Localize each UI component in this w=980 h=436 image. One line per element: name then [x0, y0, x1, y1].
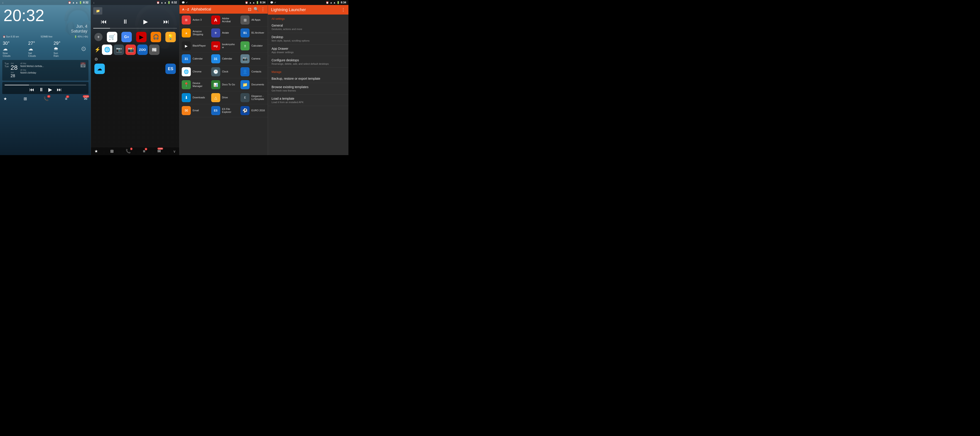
menu-icon-p2[interactable]: ≡ 1	[143, 149, 145, 154]
app-documents[interactable]: 📁 Documents	[238, 78, 268, 91]
cal-day-tue1: Tue	[5, 62, 9, 65]
chevron-down-icon[interactable]: ∨	[173, 149, 176, 153]
music-player[interactable]: ⏮ ⏸ ▶ ⏭	[2, 82, 89, 94]
setting-desktop[interactable]: Desktop Item style, layout, scrolling op…	[268, 33, 348, 45]
app-calendar2[interactable]: 31 Calendar	[209, 53, 239, 65]
more-options-icon-p3[interactable]: ⋮	[261, 7, 265, 12]
player-controls-p2[interactable]: ⏮ ⏸ ▶ ⏭	[93, 16, 177, 27]
app-esfile[interactable]: ES ES File Explorer	[209, 104, 239, 117]
sms-icon[interactable]: ✉ 12089	[84, 96, 88, 101]
play-btn-p2[interactable]: ▶	[143, 18, 148, 25]
setting-load-template[interactable]: Load a template Load it from an installe…	[268, 94, 348, 106]
status-bar-panel4: 💬 ✓ ⏰ ▲ ▲ 🔋 8:34	[268, 0, 348, 5]
app-drive[interactable]: △ Drive	[209, 91, 239, 104]
play-button[interactable]: ▶	[48, 87, 52, 93]
lightning-launcher-settings-panel: 💬 ✓ ⏰ ▲ ▲ 🔋 8:34 Lightning Launcher ⋮ Al…	[268, 0, 348, 155]
next-btn-p2[interactable]: ⏭	[163, 18, 169, 25]
setting-desktop-subtitle: Item style, layout, scrolling options	[272, 39, 345, 42]
wifi-icon-p2: ▲	[161, 1, 163, 4]
status-time-p2: 8:32	[172, 1, 177, 4]
drive-label: Drive	[222, 96, 228, 99]
setting-backup-title: Backup, restore or export template	[272, 77, 345, 80]
status-right-p4: ⏰ ▲ ▲ 🔋 8:34	[326, 1, 346, 4]
app-action3[interactable]: ≡ Action 3	[180, 14, 209, 27]
googleplus-icon[interactable]: G+	[121, 32, 132, 42]
phone-icon[interactable]: 📞 0	[43, 96, 49, 101]
app-email[interactable]: ✉ Email	[180, 104, 209, 117]
next-button[interactable]: ⏭	[57, 87, 62, 93]
favorites-icon[interactable]: ★	[3, 96, 7, 101]
setting-backup[interactable]: Backup, restore or export template	[268, 75, 348, 83]
setting-general[interactable]: General Gestures, actions and more	[268, 21, 348, 33]
app-amazon[interactable]: a Amazon Shopping	[180, 27, 209, 40]
app-blackplayer[interactable]: ▶ BlackPlayer	[180, 40, 209, 53]
apps-grid-icon[interactable]: ⊞	[24, 96, 27, 101]
favorites-icon-p2[interactable]: ★	[94, 149, 98, 154]
setting-appdrawer[interactable]: App Drawer App drawer settings	[268, 45, 348, 56]
app-chrome[interactable]: 🌐 Chrome	[180, 65, 209, 78]
app-euro[interactable]: ⚽ EURO 2016	[238, 104, 268, 117]
weather-icon-sat: ☁	[28, 46, 33, 52]
playstore-icon[interactable]: 🛒	[107, 32, 117, 42]
alarm-icon-p2: ⏰	[156, 1, 160, 4]
pause-btn-p2[interactable]: ⏸	[122, 18, 128, 25]
sort-icon[interactable]: A→Z	[182, 8, 189, 11]
cal-events: all day Nishit Mehta's birthda... all da…	[21, 62, 78, 74]
phone-icon-p2[interactable]: 📞 1	[126, 149, 130, 154]
email-label: Email	[192, 109, 199, 112]
search-icon-p3[interactable]: 🔍	[254, 7, 259, 12]
app-adobe[interactable]: A Adobe Acrobat	[209, 14, 239, 27]
add-button[interactable]: +	[94, 33, 103, 41]
check-icon-p3: ✓	[186, 1, 188, 4]
apps-grid-icon-p2[interactable]: ⊞	[110, 149, 114, 154]
app-bookmyshow[interactable]: my bookmyshow	[209, 40, 239, 53]
more-options-icon-p4[interactable]: ⋮	[341, 7, 345, 12]
camera-icon-p2[interactable]: 📷	[114, 45, 124, 55]
app-aviate[interactable]: ✈ Aviate	[209, 27, 239, 40]
app-camera[interactable]: 📷 Camera	[238, 53, 268, 65]
check-icon-p4: ✓	[274, 1, 276, 4]
lightnote-icon[interactable]: 💡	[165, 32, 176, 42]
app-allapps[interactable]: ⊞ All Apps	[238, 14, 268, 27]
pause-button[interactable]: ⏸	[39, 87, 44, 93]
poweramp-icon[interactable]: 🎧	[151, 32, 161, 42]
docstogo-icon: 📊	[211, 80, 220, 89]
app-calendar1[interactable]: 31 Calendar	[180, 53, 209, 65]
screenshot-icon[interactable]: 📸	[126, 45, 136, 55]
app-devmanager[interactable]: 📍 Device Manager	[180, 78, 209, 91]
app-downloads[interactable]: ⬇ Downloads	[180, 91, 209, 104]
app-contacts[interactable]: 👤 Contacts	[238, 65, 268, 78]
lightning-row: ⚡ 🌐 📷 📸 ZOO 📰	[93, 43, 177, 56]
cal-day-tue2: Tue	[5, 65, 9, 68]
app-b1[interactable]: B1 B1 Archiver	[238, 27, 268, 40]
app-calculator[interactable]: ± Calculator	[238, 40, 268, 53]
setting-configure-desktops[interactable]: Configure desktops Rearrange, delete, ad…	[268, 56, 348, 68]
progress-fill-p2	[93, 28, 110, 29]
amazon-icon: a	[182, 29, 191, 37]
menu-icon[interactable]: ≡ 0	[65, 96, 68, 101]
wifi-icon: ▲	[72, 1, 75, 4]
sms-icon-p2[interactable]: ✉ 12089	[158, 149, 161, 154]
app-docstogo[interactable]: 📊 Docs To Go	[209, 78, 239, 91]
app-elegance[interactable]: E Elegance - LLTemplate	[238, 91, 268, 104]
signal-icon-p4: ▲	[333, 1, 336, 4]
grid-view-icon[interactable]: ⊡	[248, 7, 251, 12]
youtube-icon[interactable]: ▶	[136, 32, 146, 42]
setting-browse-subtitle: Get fresh new themes	[272, 89, 345, 92]
prev-button[interactable]: ⏮	[29, 87, 34, 93]
app-clock[interactable]: 🕐 Clock	[209, 65, 239, 78]
weather-sat: 27° ☁ Sat Clouds	[28, 41, 52, 57]
zoopper-icon[interactable]: ZOO	[137, 45, 148, 55]
folder-icon[interactable]: 📁	[93, 7, 102, 14]
prev-btn-p2[interactable]: ⏮	[101, 18, 107, 25]
signal-icon-p3: ▲	[253, 1, 255, 4]
calendar1-label: Calendar	[192, 57, 203, 60]
settings-gear-icon[interactable]: ⚙	[81, 45, 86, 53]
news-icon[interactable]: 📰	[149, 45, 159, 55]
esfile-icon[interactable]: ES	[165, 64, 176, 74]
setting-browse-templates[interactable]: Browse existing templates Get fresh new …	[268, 83, 348, 94]
mcloud-icon[interactable]: ☁	[94, 64, 105, 74]
player-controls[interactable]: ⏮ ⏸ ▶ ⏭	[5, 87, 86, 93]
calendar2-label: Calendar	[222, 57, 232, 60]
chrome-icon-p2[interactable]: 🌐	[102, 45, 112, 55]
